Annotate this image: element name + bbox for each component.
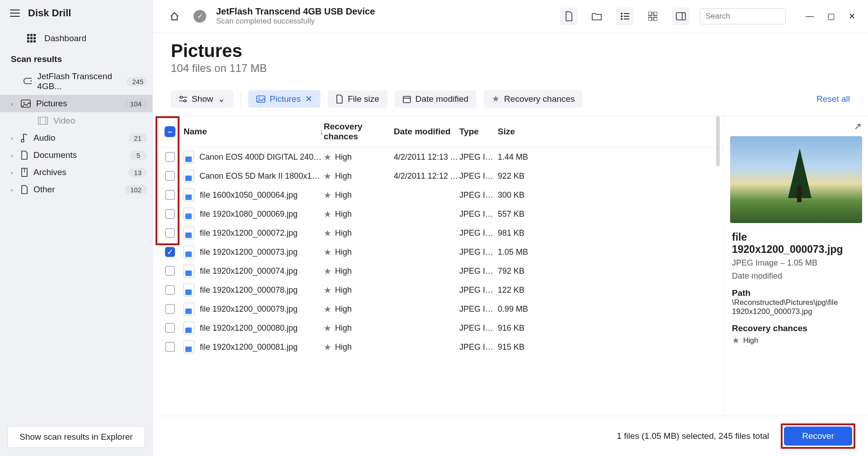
show-in-explorer-button[interactable]: Show scan results in Explorer [7,426,145,448]
file-view-icon[interactable] [560,7,578,25]
table-row[interactable]: file 1920x1200_000081.jpg★HighJPEG Im...… [153,337,723,356]
row-checkbox[interactable] [165,228,175,238]
size-value: 1.05 MB [498,247,543,257]
category-icon [21,185,28,194]
type-value: JPEG Im... [459,266,498,276]
menu-icon[interactable] [10,10,20,17]
table-row[interactable]: file 1920x1200_000074.jpg★HighJPEG Im...… [153,261,723,280]
type-value: JPEG Im... [459,323,498,333]
footer: 1 files (1.05 MB) selected, 245 files to… [153,416,868,456]
file-name: Canon EOS 5D Mark II 1800x120... [199,171,324,181]
col-date[interactable]: Date modified [394,127,459,137]
filter-recovery[interactable]: ★ Recovery chances [484,90,583,108]
preview-image [730,136,862,223]
close-icon[interactable]: ✕ [849,11,855,21]
table-row[interactable]: Canon EOS 400D DIGITAL 2400x...★High4/2/… [153,147,723,166]
sidebar: Disk Drill Dashboard Scan results JetFla… [0,0,153,456]
row-checkbox[interactable] [165,266,175,276]
drive-icon [24,78,32,85]
date-value: 4/2/2011 12:13 A... [394,152,459,162]
svg-rect-20 [624,13,629,14]
nav-dashboard[interactable]: Dashboard [3,29,150,48]
size-value: 981 KB [498,228,543,238]
open-external-icon[interactable]: ↗ [854,121,862,132]
tree-device[interactable]: JetFlash Transcend 4GB... 245 [0,68,152,95]
star-icon: ★ [324,190,331,200]
row-checkbox[interactable] [165,171,175,181]
grid-view-icon[interactable] [644,7,662,25]
tree-item-video[interactable]: Video [0,112,152,129]
star-icon: ★ [732,335,740,346]
svg-point-19 [621,13,623,14]
table-row[interactable]: file 1920x1200_000078.jpg★HighJPEG Im...… [153,280,723,299]
filter-pictures[interactable]: Pictures ✕ [248,90,321,108]
file-name: file 1920x1200_000080.jpg [200,323,297,333]
col-type[interactable]: Type [459,127,498,137]
list-view-icon[interactable] [616,7,634,25]
recovery-value: High [335,304,352,314]
table-row[interactable]: file 1920x1080_000069.jpg★HighJPEG Im...… [153,204,723,223]
detail-filename: file 1920x1200_000073.jpg [732,231,860,256]
row-checkbox[interactable]: ✓ [165,247,175,257]
tree-item-pictures[interactable]: ›Pictures104 [0,95,152,112]
tree-item-archives[interactable]: ›Archives13 [0,164,152,181]
maximize-icon[interactable]: ▢ [827,11,835,21]
row-checkbox[interactable] [165,304,175,314]
show-dropdown[interactable]: Show ⌄ [171,90,233,108]
row-checkbox[interactable] [165,323,175,333]
col-recovery[interactable]: Recovery chances [324,122,394,142]
reset-all-link[interactable]: Reset all [816,94,850,104]
star-icon: ★ [324,323,331,333]
folder-view-icon[interactable] [588,7,606,25]
recover-button[interactable]: Recover [784,427,852,446]
search-box[interactable] [700,8,786,24]
select-all-checkbox[interactable]: – [165,126,175,137]
row-checkbox[interactable] [165,152,175,162]
col-name[interactable]: Name [184,127,207,137]
search-input[interactable] [706,12,802,21]
detail-path: \Reconstructed\Pictures\jpg\file 1920x12… [732,298,860,316]
svg-rect-2 [33,34,36,36]
filter-filesize[interactable]: File size [328,90,387,108]
recovery-value: High [335,247,352,257]
star-icon: ★ [324,285,331,295]
recovery-value: High [335,323,352,333]
table-row[interactable]: ✓file 1920x1200_000073.jpg★HighJPEG Im..… [153,242,723,261]
remove-filter-icon[interactable]: ✕ [305,94,312,104]
svg-rect-5 [33,37,36,39]
table-row[interactable]: Canon EOS 5D Mark II 1800x120...★High4/2… [153,166,723,185]
scrollbar[interactable] [716,147,720,166]
home-icon[interactable] [165,7,184,25]
size-value: 916 KB [498,323,543,333]
row-checkbox[interactable] [165,342,175,352]
tree-item-audio[interactable]: ›Audio21 [0,129,152,147]
section-title: Scan results [0,48,152,68]
row-checkbox[interactable] [165,190,175,200]
size-value: 0.99 MB [498,304,543,314]
star-icon: ★ [324,342,331,352]
tree-item-other[interactable]: ›Other102 [0,181,152,198]
recovery-value: High [335,342,352,352]
file-type-icon [184,170,194,182]
table-row[interactable]: file 1920x1200_000072.jpg★HighJPEG Im...… [153,223,723,242]
sort-arrow-icon[interactable]: ↓ [320,127,324,137]
col-size[interactable]: Size [498,127,543,137]
row-checkbox[interactable] [165,209,175,219]
nav-label: Dashboard [44,33,86,43]
star-icon: ★ [324,152,331,162]
row-checkbox[interactable] [165,285,175,295]
tree-item-documents[interactable]: ›Documents5 [0,147,152,164]
table-row[interactable]: file 1600x1050_000064.jpg★HighJPEG Im...… [153,185,723,204]
tree-count: 13 [128,168,147,177]
table-row[interactable]: file 1920x1200_000079.jpg★HighJPEG Im...… [153,299,723,318]
minimize-icon[interactable]: — [806,11,814,21]
filter-date[interactable]: Date modified [395,90,476,108]
tree-count: 102 [125,185,147,195]
svg-point-34 [180,96,183,98]
panel-view-icon[interactable] [672,7,690,25]
table-row[interactable]: file 1920x1200_000080.jpg★HighJPEG Im...… [153,318,723,337]
topbar: ✓ JetFlash Transcend 4GB USB Device Scan… [153,0,868,33]
type-value: JPEG Im... [459,228,498,238]
file-type-icon [184,303,194,315]
file-type-icon [184,227,194,239]
